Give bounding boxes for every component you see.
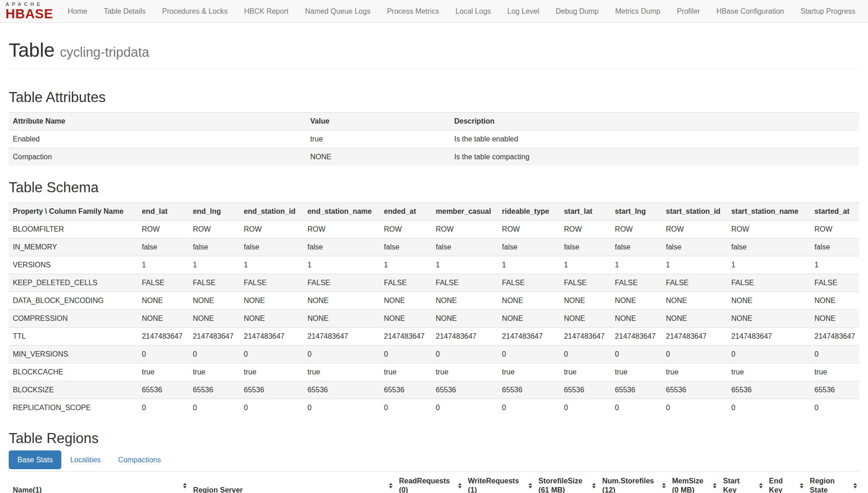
regions-col-startkey[interactable]: StartKey [719, 472, 765, 493]
nav-item-table-details[interactable]: Table Details [96, 7, 154, 16]
schema-table: Property \ Column Family Nameend_latend_… [9, 202, 859, 417]
nav-list: HomeTable DetailsProcedures & LocksHBCK … [59, 0, 864, 22]
sort-icon[interactable] [389, 483, 393, 488]
schema-value-cell: true [662, 363, 727, 381]
schema-value-cell: true [240, 363, 303, 381]
schema-value-cell: ROW [380, 221, 431, 238]
regions-col-endkey[interactable]: EndKey [765, 472, 806, 493]
schema-value-cell: 0 [240, 346, 303, 363]
regions-col-label: Name(1) [13, 486, 179, 493]
schema-col-start-station-id: start_station_id [662, 203, 727, 221]
schema-value-cell: false [189, 238, 239, 256]
sort-icon[interactable] [713, 483, 717, 488]
table-row: BLOCKSIZE6553665536655366553665536655366… [9, 381, 859, 399]
schema-value-cell: FALSE [189, 274, 239, 292]
regions-col-name-1[interactable]: Name(1) [9, 472, 189, 493]
schema-value-cell: 2147483647 [240, 328, 303, 346]
regions-col-sublabel: Key [769, 486, 796, 493]
sort-icon[interactable] [592, 483, 596, 488]
regions-col-sublabel: (61 MB) [539, 486, 588, 493]
nav-item-local-logs[interactable]: Local Logs [447, 7, 499, 16]
schema-value-cell: NONE [727, 310, 810, 328]
sort-icon[interactable] [759, 483, 763, 488]
nav-item-debug-dump[interactable]: Debug Dump [547, 7, 607, 16]
regions-col-readrequests-0[interactable]: ReadRequests(0) [395, 472, 464, 493]
sort-icon[interactable] [458, 483, 462, 488]
schema-value-cell: 65536 [560, 381, 610, 399]
regions-col-regionstate[interactable]: RegionState [806, 472, 859, 493]
schema-value-cell: ROW [431, 221, 498, 238]
table-row: MIN_VERSIONS000000000000 [9, 346, 859, 363]
schema-value-cell: true [611, 363, 662, 381]
nav-item-log-level[interactable]: Log Level [499, 7, 547, 16]
schema-value-cell: ROW [240, 221, 303, 238]
regions-col-sublabel: (0 MB) [672, 486, 709, 493]
schema-value-cell: 0 [662, 346, 727, 363]
sort-icon[interactable] [183, 483, 187, 488]
schema-value-cell: NONE [727, 292, 810, 310]
schema-value-cell: true [380, 363, 431, 381]
regions-col-sublabel: (1) [468, 486, 524, 493]
schema-value-cell: 2147483647 [560, 328, 610, 346]
nav-item-startup-progress[interactable]: Startup Progress [793, 7, 864, 16]
nav-item-hbase-configuration[interactable]: HBase Configuration [708, 7, 793, 16]
schema-value-cell: 2147483647 [380, 328, 431, 346]
schema-value-cell: true [431, 363, 498, 381]
nav-item-hbck-report[interactable]: HBCK Report [236, 7, 297, 16]
nav-item-procedures-locks[interactable]: Procedures & Locks [154, 7, 236, 16]
tab-localities[interactable]: Localities [61, 450, 109, 469]
nav-item-home[interactable]: Home [59, 7, 96, 16]
schema-col-ended-at: ended_at [380, 203, 431, 221]
schema-value-cell: 2147483647 [431, 328, 498, 346]
schema-value-cell: ROW [662, 221, 727, 238]
attributes-col-value: Value [306, 113, 450, 130]
schema-value-cell: false [303, 238, 380, 256]
schema-value-cell: NONE [303, 292, 380, 310]
regions-col-num-storefiles-12[interactable]: Num.Storefiles(12) [598, 472, 668, 493]
sort-icon[interactable] [662, 483, 666, 488]
schema-table-body: BLOOMFILTERROWROWROWROWROWROWROWROWROWRO… [9, 221, 859, 417]
schema-property-cell: REPLICATION_SCOPE [9, 399, 138, 417]
logo-hbase-text: HBASE [5, 7, 53, 21]
schema-value-cell: NONE [810, 292, 859, 310]
schema-value-cell: 0 [303, 346, 380, 363]
sort-icon[interactable] [853, 483, 857, 488]
schema-table-head: Property \ Column Family Nameend_latend_… [9, 203, 859, 221]
nav-item-named-queue-logs[interactable]: Named Queue Logs [297, 7, 378, 16]
nav-item-process-metrics[interactable]: Process Metrics [379, 7, 447, 16]
regions-col-writerequests-1[interactable]: WriteRequests(1) [464, 472, 534, 493]
regions-col-memsize-0-mb[interactable]: MemSize(0 MB) [668, 472, 719, 493]
sort-icon[interactable] [800, 483, 803, 488]
attribute-cell: Enabled [9, 130, 306, 148]
regions-col-sublabel: State [810, 486, 849, 493]
attribute-cell: Is the table compacting [450, 148, 859, 166]
regions-col-storefilesize-61-mb[interactable]: StorefileSize(61 MB) [534, 472, 598, 493]
sort-icon[interactable] [528, 483, 532, 488]
schema-property-cell: COMPRESSION [9, 310, 138, 328]
attributes-col-description: Description [450, 113, 859, 130]
hbase-logo[interactable]: APACHE HBASE [5, 2, 53, 21]
regions-heading: Table Regions [9, 430, 859, 447]
schema-value-cell: 1 [727, 256, 810, 274]
schema-value-cell: 0 [727, 399, 810, 417]
schema-value-cell: 1 [380, 256, 431, 274]
tab-base-stats[interactable]: Base Stats [9, 450, 61, 469]
regions-col-region-server[interactable]: Region Server [189, 472, 395, 493]
schema-value-cell: NONE [611, 310, 662, 328]
schema-value-cell: NONE [240, 310, 303, 328]
nav-item-metrics-dump[interactable]: Metrics Dump [607, 7, 669, 16]
regions-col-label: WriteRequests [468, 477, 524, 486]
schema-value-cell: NONE [303, 310, 380, 328]
nav-item-profiler[interactable]: Profiler [669, 7, 708, 16]
schema-value-cell: NONE [138, 292, 189, 310]
schema-value-cell: 1 [189, 256, 239, 274]
table-row: COMPRESSIONNONENONENONENONENONENONENONEN… [9, 310, 859, 328]
tab-compactions[interactable]: Compactions [109, 450, 169, 469]
schema-value-cell: 2147483647 [611, 328, 662, 346]
schema-value-cell: true [498, 363, 560, 381]
table-row: BLOOMFILTERROWROWROWROWROWROWROWROWROWRO… [9, 221, 859, 238]
schema-value-cell: true [727, 363, 810, 381]
page-header: Table cycling-tripdata [9, 39, 859, 69]
schema-value-cell: ROW [611, 221, 662, 238]
schema-value-cell: true [189, 363, 239, 381]
